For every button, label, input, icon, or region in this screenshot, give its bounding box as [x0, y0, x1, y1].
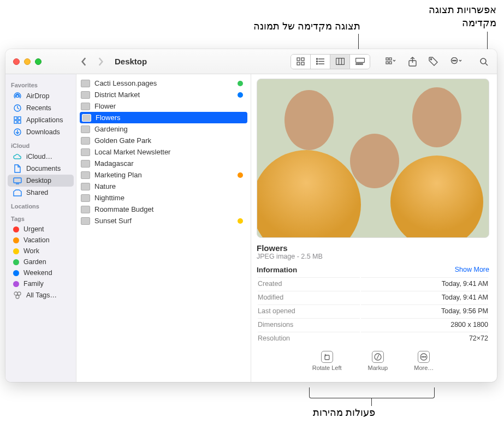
sidebar-section-header: Locations — [5, 199, 76, 211]
shared-icon — [13, 188, 22, 197]
clock-icon — [13, 104, 22, 112]
close-button[interactable] — [13, 58, 20, 65]
quick-action-more[interactable]: More… — [414, 351, 434, 371]
tag-icon[interactable] — [429, 57, 438, 66]
group-menu-icon[interactable] — [386, 57, 396, 65]
sidebar-item-desktop[interactable]: Desktop — [8, 175, 74, 187]
file-row[interactable]: Madagascar — [76, 158, 251, 169]
callout-line — [371, 398, 372, 406]
file-row[interactable]: Sunset Surf — [76, 215, 251, 226]
tag-dot-icon — [13, 226, 19, 232]
file-row[interactable]: Local Market Newsletter — [76, 146, 251, 158]
view-columns-icon[interactable] — [330, 55, 350, 69]
sidebar-item-all-tags-[interactable]: All Tags… — [8, 289, 74, 301]
file-row[interactable]: Nighttime — [76, 192, 251, 204]
file-thumb-icon — [81, 217, 90, 225]
zoom-button[interactable] — [35, 58, 41, 65]
search-icon[interactable] — [479, 57, 488, 66]
sidebar-item-label: Recents — [26, 104, 51, 112]
sidebar-item-garden[interactable]: Garden — [8, 256, 74, 267]
tag-dot-icon — [13, 259, 19, 265]
file-row[interactable]: Cacti Lesson.pages — [76, 77, 251, 89]
cloud-icon — [13, 152, 22, 161]
svg-rect-16 — [361, 64, 363, 65]
file-row[interactable]: Flowers — [80, 112, 247, 123]
sidebar-item-applications[interactable]: Applications — [8, 114, 74, 126]
show-more-link[interactable]: Show More — [455, 266, 489, 274]
callout-preview-options: אפשרויות תצוגה מקדימה — [409, 3, 496, 30]
info-key: Created — [258, 277, 360, 290]
sidebar-item-documents[interactable]: Documents — [8, 163, 74, 175]
file-row[interactable]: Gardening — [76, 123, 251, 135]
view-list-icon[interactable] — [311, 55, 330, 69]
info-row: Resolution72×72 — [258, 332, 488, 344]
sidebar-item-label: iCloud… — [26, 153, 52, 160]
tag-dot-icon — [13, 270, 19, 276]
forward-button[interactable] — [97, 57, 104, 67]
svg-rect-18 — [389, 58, 392, 60]
svg-rect-14 — [356, 64, 358, 65]
file-row[interactable]: Marketing Plan — [76, 169, 251, 181]
svg-rect-3 — [301, 62, 304, 65]
info-row: Dimensions2800 x 1800 — [258, 318, 488, 331]
rotate-icon — [321, 351, 333, 363]
sidebar-item-airdrop[interactable]: AirDrop — [8, 90, 74, 102]
sidebar-item-vacation[interactable]: Vacation — [8, 235, 74, 246]
quick-action-markup[interactable]: Markup — [368, 351, 388, 371]
sidebar-item-urgent[interactable]: Urgent — [8, 224, 74, 235]
file-name: Flowers — [96, 114, 121, 122]
svg-line-28 — [485, 63, 488, 65]
back-button[interactable] — [81, 57, 87, 67]
info-value: Today, 9:41 AM — [361, 291, 488, 303]
info-table: CreatedToday, 9:41 AMModifiedToday, 9:41… — [257, 276, 489, 345]
sidebar-item-work[interactable]: Work — [8, 246, 74, 256]
preview-thumbnail[interactable] — [257, 79, 489, 238]
file-name: Golden Gate Park — [94, 136, 151, 145]
preview-title: Flowers — [257, 243, 489, 253]
svg-point-38 — [14, 292, 17, 295]
svg-rect-1 — [301, 58, 304, 61]
sidebar-item-label: Family — [23, 280, 44, 288]
file-row[interactable]: Flower — [76, 100, 251, 112]
file-thumb-icon — [81, 171, 90, 179]
sidebar-item-label: Shared — [26, 189, 48, 196]
more-menu-icon[interactable] — [450, 57, 463, 66]
view-gallery-icon[interactable] — [350, 55, 370, 69]
doc-icon — [13, 164, 22, 173]
info-key: Modified — [258, 291, 360, 303]
info-value: 2800 x 1800 — [361, 318, 488, 331]
file-row[interactable]: District Market — [76, 89, 251, 100]
sidebar-item-label: Urgent — [23, 225, 44, 233]
info-row: CreatedToday, 9:41 AM — [258, 277, 488, 290]
sidebar-item-recents[interactable]: Recents — [8, 102, 74, 114]
sidebar-item-icloud-[interactable]: iCloud… — [8, 151, 74, 163]
svg-rect-2 — [297, 62, 300, 65]
desktop-icon — [13, 176, 22, 185]
more-icon — [418, 351, 430, 363]
view-icon-grid[interactable] — [291, 55, 311, 69]
svg-point-44 — [422, 356, 423, 357]
quick-action-rotate[interactable]: Rotate Left — [312, 351, 342, 371]
svg-rect-17 — [386, 58, 388, 60]
sidebar-item-family[interactable]: Family — [8, 278, 74, 289]
view-mode-segmented — [290, 54, 370, 69]
file-row[interactable]: Roommate Budget — [76, 204, 251, 215]
sidebar-item-weekend[interactable]: Weekend — [8, 267, 74, 278]
sidebar-item-label: Documents — [26, 165, 61, 172]
sidebar-section-header: iCloud — [5, 138, 76, 151]
svg-rect-36 — [14, 178, 21, 183]
svg-point-40 — [16, 295, 19, 298]
sidebar-item-shared[interactable]: Shared — [8, 187, 74, 199]
sidebar-item-downloads[interactable]: Downloads — [8, 126, 74, 138]
share-icon[interactable] — [408, 57, 417, 67]
minimize-button[interactable] — [24, 58, 31, 65]
info-value: Today, 9:41 AM — [361, 277, 488, 290]
svg-rect-10 — [336, 58, 344, 65]
tag-dot-icon — [13, 237, 19, 243]
titlebar: Desktop — [5, 49, 497, 74]
sidebar: FavoritesAirDropRecentsApplicationsDownl… — [5, 74, 76, 382]
sidebar-item-label: Downloads — [26, 128, 60, 136]
preview-pane: Flowers JPEG image - 2.5 MB Information … — [251, 74, 497, 382]
file-row[interactable]: Golden Gate Park — [76, 135, 251, 146]
file-row[interactable]: Nature — [76, 181, 251, 192]
